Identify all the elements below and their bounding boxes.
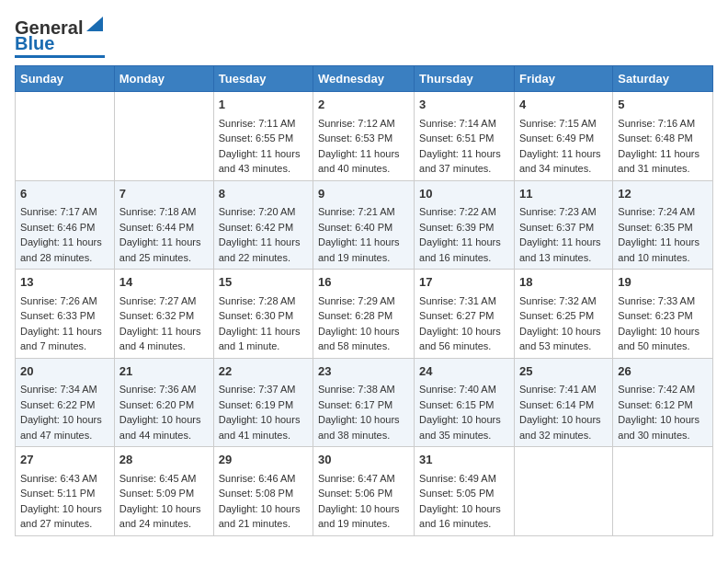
day-number: 3 bbox=[419, 96, 509, 114]
calendar-cell: 4Sunrise: 7:15 AMSunset: 6:49 PMDaylight… bbox=[514, 92, 612, 181]
sunrise-text: Sunrise: 7:16 AM bbox=[618, 116, 708, 132]
day-number: 29 bbox=[219, 451, 308, 469]
day-of-week-saturday: Saturday bbox=[613, 66, 713, 92]
calendar-cell: 7Sunrise: 7:18 AMSunset: 6:44 PMDaylight… bbox=[114, 180, 213, 270]
sunrise-text: Sunrise: 7:29 AM bbox=[318, 293, 409, 309]
calendar-cell: 6Sunrise: 7:17 AMSunset: 6:46 PMDaylight… bbox=[16, 180, 115, 270]
sunrise-text: Sunrise: 7:14 AM bbox=[419, 116, 509, 132]
day-of-week-friday: Friday bbox=[514, 66, 612, 92]
sunrise-text: Sunrise: 7:33 AM bbox=[618, 293, 708, 309]
calendar-cell: 1Sunrise: 7:11 AMSunset: 6:55 PMDaylight… bbox=[213, 92, 313, 181]
calendar-cell: 27Sunrise: 6:43 AMSunset: 5:11 PMDayligh… bbox=[16, 447, 115, 536]
calendar-cell: 25Sunrise: 7:41 AMSunset: 6:14 PMDayligh… bbox=[514, 358, 612, 447]
sunset-text: Sunset: 6:23 PM bbox=[618, 308, 708, 324]
calendar-cell: 18Sunrise: 7:32 AMSunset: 6:25 PMDayligh… bbox=[514, 270, 612, 359]
sunset-text: Sunset: 6:30 PM bbox=[219, 308, 308, 324]
daylight-text: Daylight: 11 hours and 40 minutes. bbox=[318, 146, 409, 177]
sunset-text: Sunset: 6:17 PM bbox=[318, 397, 409, 413]
calendar-cell: 16Sunrise: 7:29 AMSunset: 6:28 PMDayligh… bbox=[313, 270, 414, 359]
sunset-text: Sunset: 5:05 PM bbox=[419, 486, 509, 501]
daylight-text: Daylight: 10 hours and 16 minutes. bbox=[419, 501, 509, 532]
logo-arrow-icon bbox=[85, 15, 105, 33]
sunrise-text: Sunrise: 7:18 AM bbox=[119, 204, 209, 220]
daylight-text: Daylight: 11 hours and 34 minutes. bbox=[519, 146, 608, 177]
sunset-text: Sunset: 6:37 PM bbox=[519, 220, 608, 236]
day-number: 14 bbox=[119, 273, 209, 292]
sunset-text: Sunset: 6:20 PM bbox=[119, 397, 209, 413]
sunrise-text: Sunrise: 7:34 AM bbox=[20, 382, 109, 397]
calendar-cell: 29Sunrise: 6:46 AMSunset: 5:08 PMDayligh… bbox=[213, 447, 313, 536]
sunrise-text: Sunrise: 6:47 AM bbox=[318, 471, 409, 487]
sunset-text: Sunset: 6:42 PM bbox=[219, 220, 308, 236]
day-number: 7 bbox=[119, 185, 209, 203]
sunrise-text: Sunrise: 7:42 AM bbox=[618, 382, 708, 397]
logo-blue-text: Blue bbox=[15, 33, 54, 54]
day-number: 28 bbox=[119, 451, 209, 469]
sunset-text: Sunset: 6:15 PM bbox=[419, 397, 509, 413]
day-number: 9 bbox=[318, 185, 409, 203]
day-number: 6 bbox=[20, 185, 109, 203]
sunrise-text: Sunrise: 6:45 AM bbox=[119, 471, 209, 487]
calendar-cell: 9Sunrise: 7:21 AMSunset: 6:40 PMDaylight… bbox=[313, 180, 414, 270]
day-number: 1 bbox=[219, 96, 308, 114]
logo-underline bbox=[15, 55, 105, 58]
daylight-text: Daylight: 10 hours and 24 minutes. bbox=[119, 501, 209, 532]
calendar-cell: 30Sunrise: 6:47 AMSunset: 5:06 PMDayligh… bbox=[313, 447, 414, 536]
day-number: 16 bbox=[318, 273, 409, 292]
daylight-text: Daylight: 11 hours and 1 minute. bbox=[219, 324, 308, 354]
calendar-cell: 11Sunrise: 7:23 AMSunset: 6:37 PMDayligh… bbox=[514, 180, 612, 270]
sunrise-text: Sunrise: 6:43 AM bbox=[20, 471, 109, 487]
day-number: 11 bbox=[519, 185, 608, 203]
calendar-cell: 14Sunrise: 7:27 AMSunset: 6:32 PMDayligh… bbox=[114, 270, 213, 359]
daylight-text: Daylight: 10 hours and 38 minutes. bbox=[318, 412, 409, 442]
svg-marker-0 bbox=[86, 17, 103, 31]
sunset-text: Sunset: 6:19 PM bbox=[219, 397, 308, 413]
sunrise-text: Sunrise: 7:12 AM bbox=[318, 116, 409, 132]
calendar-cell bbox=[613, 447, 713, 536]
sunrise-text: Sunrise: 7:15 AM bbox=[519, 116, 608, 132]
sunrise-text: Sunrise: 7:31 AM bbox=[419, 293, 509, 309]
day-number: 10 bbox=[419, 185, 509, 203]
day-number: 21 bbox=[119, 362, 209, 381]
calendar-cell: 21Sunrise: 7:36 AMSunset: 6:20 PMDayligh… bbox=[114, 358, 213, 447]
daylight-text: Daylight: 11 hours and 31 minutes. bbox=[618, 146, 708, 177]
calendar-cell bbox=[514, 447, 612, 536]
sunset-text: Sunset: 6:40 PM bbox=[318, 220, 409, 236]
day-number: 30 bbox=[318, 451, 409, 469]
sunrise-text: Sunrise: 7:11 AM bbox=[219, 116, 308, 132]
calendar-cell: 13Sunrise: 7:26 AMSunset: 6:33 PMDayligh… bbox=[16, 270, 115, 359]
sunset-text: Sunset: 6:14 PM bbox=[519, 397, 608, 413]
day-of-week-wednesday: Wednesday bbox=[313, 66, 414, 92]
sunset-text: Sunset: 6:49 PM bbox=[519, 131, 608, 146]
day-number: 20 bbox=[20, 362, 109, 381]
day-number: 8 bbox=[219, 185, 308, 203]
sunrise-text: Sunrise: 7:40 AM bbox=[419, 382, 509, 397]
day-number: 27 bbox=[20, 451, 109, 469]
day-number: 12 bbox=[618, 185, 708, 203]
day-number: 2 bbox=[318, 96, 409, 114]
sunrise-text: Sunrise: 7:32 AM bbox=[519, 293, 608, 309]
daylight-text: Daylight: 10 hours and 53 minutes. bbox=[519, 324, 608, 354]
day-number: 31 bbox=[419, 451, 509, 469]
sunrise-text: Sunrise: 7:38 AM bbox=[318, 382, 409, 397]
daylight-text: Daylight: 10 hours and 32 minutes. bbox=[519, 412, 608, 442]
day-number: 5 bbox=[618, 96, 708, 114]
sunset-text: Sunset: 5:11 PM bbox=[20, 486, 109, 501]
day-of-week-sunday: Sunday bbox=[16, 66, 115, 92]
sunset-text: Sunset: 5:06 PM bbox=[318, 486, 409, 501]
sunset-text: Sunset: 6:55 PM bbox=[219, 131, 308, 146]
calendar-cell: 10Sunrise: 7:22 AMSunset: 6:39 PMDayligh… bbox=[415, 180, 515, 270]
sunrise-text: Sunrise: 7:21 AM bbox=[318, 204, 409, 220]
page-header: General Blue bbox=[15, 15, 713, 58]
day-of-week-monday: Monday bbox=[114, 66, 213, 92]
day-number: 18 bbox=[519, 273, 608, 292]
sunset-text: Sunset: 6:53 PM bbox=[318, 131, 409, 146]
daylight-text: Daylight: 11 hours and 7 minutes. bbox=[20, 324, 109, 354]
day-of-week-tuesday: Tuesday bbox=[213, 66, 313, 92]
sunset-text: Sunset: 6:39 PM bbox=[419, 220, 509, 236]
daylight-text: Daylight: 11 hours and 19 minutes. bbox=[318, 235, 409, 265]
day-number: 25 bbox=[519, 362, 608, 381]
calendar-cell: 28Sunrise: 6:45 AMSunset: 5:09 PMDayligh… bbox=[114, 447, 213, 536]
sunrise-text: Sunrise: 7:27 AM bbox=[119, 293, 209, 309]
daylight-text: Daylight: 11 hours and 25 minutes. bbox=[119, 235, 209, 265]
